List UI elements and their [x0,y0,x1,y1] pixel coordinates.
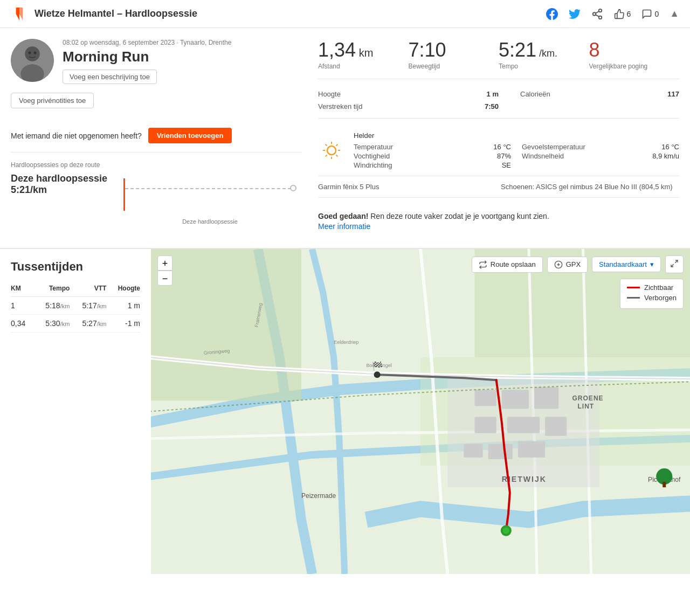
svg-rect-38 [545,417,567,436]
activity-name: Morning Run [63,49,302,65]
splits-table: KM Tempo VTT Hoogte 1 5:18/km 5:17/km 1 … [11,282,140,333]
splits-panel: Tussentijden KM Tempo VTT Hoogte 1 5:18/… [0,249,151,574]
zoom-out-button[interactable]: − [157,271,172,286]
svg-rect-39 [464,444,482,458]
facebook-button[interactable] [546,8,558,20]
legend-hidden-line [627,297,640,299]
col-km: KM [11,282,33,297]
more-info-link[interactable]: Meer informatie [318,222,370,231]
activity-datetime: 08:02 op woensdag, 6 september 2023 · Ty… [63,39,302,46]
svg-point-2 [598,9,602,12]
stat-pace-label: Tempo [499,63,578,70]
detail-stats: Hoogte 1 m Verstreken tijd 7:50 Calorieë… [318,88,679,119]
stat-distance-label: Afstand [318,63,398,70]
place-groene-lint-label: GROENE [572,394,603,402]
main-content: 08:02 op woensdag, 6 september 2023 · Ty… [0,28,690,248]
add-friends-button[interactable]: Vrienden toevoegen [148,128,232,143]
stat-comparable: 8 Vergelijkbare poging [589,39,680,70]
route-info: Deze hardloopsessie 5:21/km [11,173,107,202]
fullscreen-button[interactable] [665,255,684,273]
svg-line-19 [326,144,327,146]
share-button[interactable] [591,8,603,20]
legend-visible-label: Zichtbaar [644,283,673,292]
comments-count: 0 [654,10,659,18]
weather-temp: Temperatuur 16 °C [354,143,511,151]
weather-feels: Gevoelstemperatuur 16 °C [522,143,679,151]
svg-line-21 [336,144,337,146]
save-route-button[interactable]: Route opslaan [472,257,543,273]
collapse-button[interactable]: ▲ [670,8,679,19]
svg-rect-34 [502,390,529,409]
svg-text:🏁: 🏁 [372,361,383,371]
legend-hidden-label: Verborgen [644,294,677,302]
svg-point-50 [503,528,509,534]
svg-line-27 [671,264,674,267]
legend-hidden: Verborgen [627,294,677,302]
svg-rect-36 [475,417,496,433]
svg-rect-52 [663,482,666,487]
col-tempo: Tempo [33,282,70,297]
comments-button[interactable]: 0 [641,9,659,19]
svg-rect-33 [475,390,496,406]
svg-point-4 [598,16,602,18]
stat-time: 7:10 Beweegtijd [409,39,499,70]
map-type-button[interactable]: Standaardkaart ▾ [592,257,661,272]
weather-icon [318,131,345,169]
left-panel: 08:02 op woensdag, 6 september 2023 · Ty… [11,39,302,237]
kudos-button[interactable]: 6 [614,9,631,19]
map-view: RIETWIJK GROENE LINT Peizermade Piccardt… [151,249,690,574]
svg-point-12 [34,52,37,54]
page-title: Wietze Helmantel – Hardloopsessie [34,8,197,19]
stat-time-value: 7:10 [409,39,488,61]
svg-line-26 [675,260,678,263]
svg-text:LINT: LINT [577,403,594,410]
weather-humidity: Vochtigheid 87% [354,152,511,160]
kudos-question: Met iemand die niet opgenomen heeft? [11,131,142,140]
split-vtt: 5:17/km [70,297,106,315]
gpx-button[interactable]: GPX [547,257,588,273]
stat-time-label: Beweegtijd [409,63,488,70]
avatar [11,39,54,82]
stat-pace: 5:21 /km. Tempo [499,39,589,70]
stats-top: 1,34 km Afstand 7:10 Beweegtijd 5:21 /km… [318,39,679,79]
svg-point-11 [29,52,31,54]
kudos-count: 6 [627,10,631,18]
stat-comparable-value: 8 [589,39,669,61]
svg-line-22 [326,155,327,156]
hoogte-row: Hoogte 1 m [318,88,499,100]
svg-point-10 [25,46,40,61]
header-left: Wietze Helmantel – Hardloopsessie [11,5,197,23]
route-name: Deze hardloopsessie [11,173,107,184]
svg-marker-0 [16,8,19,20]
svg-rect-29 [151,249,301,400]
private-notes-button[interactable]: Voeg privénotities toe [11,93,94,108]
svg-marker-1 [19,8,23,20]
add-description-button[interactable]: Voeg een beschrijving toe [63,70,157,84]
svg-line-5 [595,15,598,17]
svg-line-20 [336,155,337,156]
svg-rect-35 [534,387,558,409]
gear-shoes: Schoenen: ASICS gel nimbus 24 Blue No II… [501,183,679,191]
svg-point-14 [327,146,336,155]
map-toolbar: Route opslaan GPX Standaardkaart ▾ [472,255,684,273]
svg-rect-41 [518,441,545,458]
right-panel: 1,34 km Afstand 7:10 Beweegtijd 5:21 /km… [318,39,679,237]
place-peizermade-label: Peizermade [301,492,336,500]
stat-distance-value: 1,34 km [318,39,398,61]
strava-logo [11,5,28,23]
header-right: 6 0 ▲ [546,8,679,20]
bottom-section: Tussentijden KM Tempo VTT Hoogte 1 5:18/… [0,248,690,574]
split-tempo: 5:30/km [33,315,70,333]
table-row: 0,34 5:30/km 5:27/km -1 m [11,315,140,333]
calorieen-row: Calorieën 117 [520,88,679,100]
weather-wind-speed: Windsnelheid 8,9 km/u [522,152,679,160]
weather-condition: Helder [354,131,679,140]
zoom-in-button[interactable]: + [157,255,172,271]
stat-comparable-label: Vergelijkbare poging [589,63,669,70]
table-row: 1 5:18/km 5:17/km 1 m [11,297,140,315]
gear-section: Garmin fênix 5 Plus Schoenen: ASICS gel … [318,183,679,198]
activity-info: 08:02 op woensdag, 6 september 2023 · Ty… [63,39,302,84]
twitter-button[interactable] [569,8,581,20]
congrats-text: Goed gedaan! Ren deze route vaker zodat … [318,211,679,222]
svg-text:Eelderdriep: Eelderdriep [334,340,358,345]
